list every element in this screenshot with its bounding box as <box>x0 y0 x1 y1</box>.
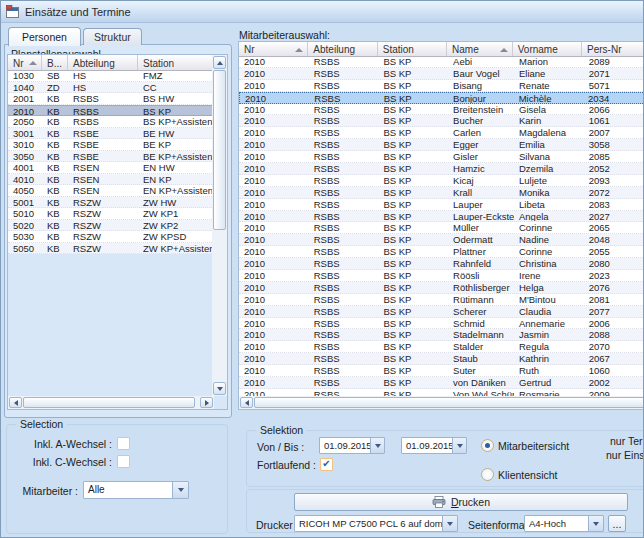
table-cell: HS <box>68 70 138 81</box>
planstellen-hscrollbar[interactable] <box>8 396 214 409</box>
table-row[interactable]: 2010RSBSBS KPKicajLuljete2093 <box>239 175 644 187</box>
table-row[interactable]: 2010RSBSBS KPBonjourMichèle2034 <box>239 92 644 104</box>
table-cell: 2055 <box>584 246 644 257</box>
table-row[interactable]: 2010RSBSBS KPSchererClaudia2077 <box>239 306 644 318</box>
column-header[interactable]: Vorname <box>513 42 582 56</box>
scroll-left-button[interactable] <box>9 397 22 408</box>
dropdown-button[interactable] <box>452 438 466 453</box>
table-cell: Corinne <box>514 246 584 257</box>
mitarbeiter-combobox-value: Alle <box>84 482 172 498</box>
column-header[interactable]: Abteilung <box>68 55 138 70</box>
table-cell: 2006 <box>584 318 644 329</box>
dropdown-button[interactable] <box>370 438 384 453</box>
table-row[interactable]: 2010RSBSBS KPRöösliIrene2023 <box>239 270 644 282</box>
tab-struktur[interactable]: Struktur <box>83 28 142 45</box>
table-row[interactable]: 2001KBRSBSBS HW <box>8 93 214 105</box>
tab-personen[interactable]: Personen <box>8 27 81 46</box>
table-row[interactable]: 5050KBRSZWZW KP+Assistenz <box>8 243 214 255</box>
table-row[interactable]: 2010RSBSBS KPAebiMarion2089 <box>239 56 644 68</box>
table-row[interactable]: 2010RSBSBS KPBaur VogelEliane2071 <box>239 68 644 80</box>
table-row[interactable]: 4050KBRSENEN KP+Assistenz <box>8 185 214 197</box>
table-row[interactable]: 2010RSBSBS KPBisangRenate5071 <box>239 80 644 92</box>
table-row[interactable]: 2010RSBSBS KPvon DänikenGertrud2002 <box>239 377 644 389</box>
table-row[interactable]: 5030KBRSZWZW KPSD <box>8 231 214 243</box>
seitenformat-browse-button[interactable]: ... <box>608 515 626 532</box>
table-row[interactable]: 1040ZDHSCC <box>8 82 214 94</box>
hscroll-thumb[interactable] <box>254 397 644 408</box>
table-row[interactable]: 2010RSBSBS KPEggerEmilia3058 <box>239 139 644 151</box>
table-row[interactable]: 4001KBRSENEN HW <box>8 162 214 174</box>
table-cell: 2093 <box>584 175 644 186</box>
column-header[interactable]: Nr <box>239 42 308 56</box>
inkl-c-wechsel-checkbox[interactable]: ✔ <box>117 455 130 468</box>
table-row[interactable]: 2010RSBSBS KPBreitensteinGisela2066 <box>239 104 644 116</box>
table-row[interactable]: 2010KBRSBSBS KP <box>8 105 214 117</box>
vscroll-thumb[interactable] <box>213 70 226 230</box>
scroll-left-button[interactable] <box>240 397 253 408</box>
klientensicht-radio[interactable] <box>481 468 494 481</box>
table-cell: RSBS <box>309 294 379 305</box>
scroll-up-button[interactable] <box>213 56 226 69</box>
planstellen-vscrollbar[interactable] <box>212 55 227 396</box>
seitenformat-combobox[interactable]: A4-Hoch <box>524 515 604 532</box>
date-from-picker[interactable]: 01.09.2015 <box>319 437 385 454</box>
table-row[interactable]: 2010RSBSBS KPMüllerCorinne2065 <box>239 222 644 234</box>
table-row[interactable]: 5001KBRSZWZW HW <box>8 197 214 209</box>
date-to-picker[interactable]: 01.09.2015 <box>401 437 467 454</box>
table-row[interactable]: 2010RSBSBS KPStadelmannJasmin2088 <box>239 329 644 341</box>
table-cell: 2010 <box>239 68 309 79</box>
hscroll-thumb[interactable] <box>23 397 195 408</box>
table-row[interactable]: 2010RSBSBS KPLauperLibeta2083 <box>239 199 644 211</box>
scroll-right-button[interactable] <box>200 397 213 408</box>
column-header[interactable]: B... <box>42 55 68 70</box>
titlebar[interactable]: Einsätze und Termine <box>1 1 644 23</box>
table-cell: RSBS <box>309 329 379 340</box>
dropdown-button[interactable] <box>442 516 457 531</box>
table-row[interactable]: 3010KBRSBEBE KP <box>8 139 214 151</box>
table-row[interactable]: 2010RSBSBS KPRahnfeldChristina2080 <box>239 258 644 270</box>
table-row[interactable]: 2010RSBSBS KPHamzicDzemila2052 <box>239 163 644 175</box>
table-row[interactable]: 2010RSBSBS KPCarlenMagdalena2007 <box>239 127 644 139</box>
table-row[interactable]: 2010RSBSBS KPSchmidAnnemarie2006 <box>239 318 644 330</box>
drucken-button[interactable]: Drucken <box>294 493 628 511</box>
column-header[interactable]: Name <box>447 42 513 56</box>
scroll-down-button[interactable] <box>213 382 226 395</box>
table-row[interactable]: 5010KBRSZWZW KP1 <box>8 208 214 220</box>
inkl-a-wechsel-checkbox[interactable]: ✔ <box>117 437 130 450</box>
mitarbeiter-combobox[interactable]: Alle <box>83 481 189 499</box>
table-row[interactable]: 2010RSBSBS KPBucherKarin1061 <box>239 115 644 127</box>
table-row[interactable]: 3001KBRSBEBE HW <box>8 128 214 140</box>
table-row[interactable]: 4010KBRSENEN KP <box>8 174 214 186</box>
fortlaufend-checkbox[interactable]: ✔ <box>320 458 333 471</box>
table-row[interactable]: 2010RSBSBS KPSuterRuth1060 <box>239 365 644 377</box>
table-row[interactable]: 2050KBRSBSBS KP+Assistenz <box>8 116 214 128</box>
mitarbeitersicht-radio[interactable] <box>481 439 494 452</box>
table-row[interactable]: 2010RSBSBS KPStaubKathrin2067 <box>239 353 644 365</box>
table-row[interactable]: 2010RSBSBS KPLauper-EcksteinAngela2027 <box>239 211 644 223</box>
column-header[interactable]: Station <box>138 55 214 70</box>
table-cell: 2067 <box>584 353 644 364</box>
mitarbeiter-hscrollbar[interactable] <box>239 396 644 409</box>
column-header[interactable]: Abteilung <box>308 42 377 56</box>
column-header[interactable]: Pers-Nr <box>582 42 644 56</box>
table-row[interactable]: 5020KBRSZWZW KP2 <box>8 220 214 232</box>
table-row[interactable]: 3050KBRSBEBE KP+Assistenz <box>8 151 214 163</box>
chevron-down-icon <box>375 444 381 448</box>
column-header[interactable]: Station <box>378 42 447 56</box>
date-to-value: 01.09.2015 <box>402 438 452 453</box>
table-row[interactable]: 2010RSBSBS KPRöthlisbergerHelga2076 <box>239 282 644 294</box>
table-cell: KB <box>42 162 68 173</box>
dropdown-button[interactable] <box>172 482 188 498</box>
table-row[interactable]: 2010RSBSBS KPRütimannM'Bintou2081 <box>239 294 644 306</box>
table-cell: Müller <box>448 222 514 233</box>
column-header[interactable]: Nr <box>8 55 42 70</box>
table-row[interactable]: 2010RSBSBS KPPlattnerCorinne2055 <box>239 246 644 258</box>
table-row[interactable]: 1030SBHSFMZ <box>8 70 214 82</box>
dropdown-button[interactable] <box>588 516 603 531</box>
table-cell: BS KP <box>378 377 448 388</box>
table-row[interactable]: 2010RSBSBS KPOdermattNadine2048 <box>239 234 644 246</box>
table-row[interactable]: 2010RSBSBS KPKrallMonika2072 <box>239 187 644 199</box>
drucker-combobox[interactable]: RICOH MP C7500 PCL 6 auf domissrv01 (um <box>294 515 458 532</box>
table-row[interactable]: 2010RSBSBS KPGislerSilvana2085 <box>239 151 644 163</box>
table-row[interactable]: 2010RSBSBS KPStalderRegula2070 <box>239 341 644 353</box>
